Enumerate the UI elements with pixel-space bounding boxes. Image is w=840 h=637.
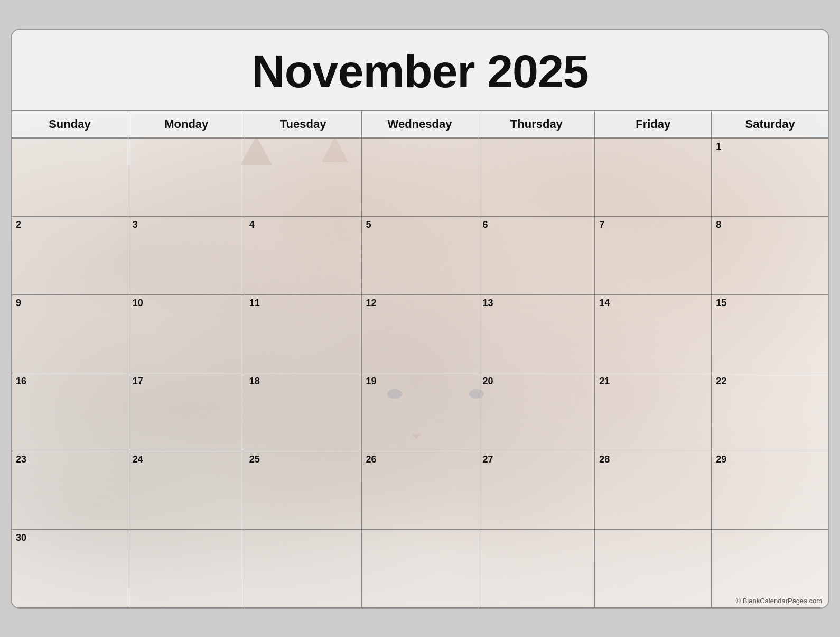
empty-day-cell [362,139,479,217]
day-cell-4: 4 [245,217,362,295]
date-number-16: 16 [16,376,26,386]
day-cell-5: 5 [362,217,479,295]
calendar-header: November 2025 [12,30,828,111]
calendar-body: 1234567891011121314151617181920212223242… [12,139,828,608]
date-number-22: 22 [716,376,726,386]
empty-day-cell [245,530,362,608]
day-cell-29: 29 [712,451,828,530]
day-cell-16: 16 [12,373,128,451]
day-cell-1: 1 [712,139,828,217]
date-number-21: 21 [599,376,610,386]
empty-day-cell [128,139,245,217]
date-number-8: 8 [716,219,721,230]
day-header-saturday: Saturday [712,111,828,137]
date-number-15: 15 [716,298,726,308]
date-number-19: 19 [366,376,377,386]
day-cell-2: 2 [12,217,128,295]
date-number-20: 20 [482,376,493,386]
day-cell-18: 18 [245,373,362,451]
day-cell-20: 20 [478,373,595,451]
day-header-monday: Monday [128,111,245,137]
day-cell-22: 22 [712,373,828,451]
date-number-13: 13 [482,298,493,308]
day-cell-14: 14 [595,295,712,373]
day-cell-11: 11 [245,295,362,373]
date-number-27: 27 [482,454,493,465]
empty-day-cell [478,139,595,217]
date-number-6: 6 [482,219,488,230]
day-header-thursday: Thursday [478,111,595,137]
date-number-11: 11 [249,298,260,308]
empty-day-cell [595,139,712,217]
day-cell-28: 28 [595,451,712,530]
day-header-wednesday: Wednesday [362,111,479,137]
calendar-title: November 2025 [12,44,828,98]
date-number-24: 24 [133,454,143,465]
day-header-friday: Friday [595,111,712,137]
date-number-26: 26 [366,454,377,465]
date-number-17: 17 [133,376,143,386]
day-cell-23: 23 [12,451,128,530]
date-number-18: 18 [249,376,260,386]
date-number-25: 25 [249,454,260,465]
date-number-9: 9 [16,298,21,308]
day-header-sunday: Sunday [12,111,128,137]
day-cell-8: 8 [712,217,828,295]
date-number-3: 3 [133,219,138,230]
day-cell-13: 13 [478,295,595,373]
empty-day-cell [128,530,245,608]
date-number-12: 12 [366,298,377,308]
day-cell-9: 9 [12,295,128,373]
empty-day-cell [712,530,828,608]
empty-day-cell [12,139,128,217]
empty-day-cell [478,530,595,608]
date-number-5: 5 [366,219,371,230]
day-cell-21: 21 [595,373,712,451]
watermark: © BlankCalendarPages.com [736,597,823,605]
day-cell-17: 17 [128,373,245,451]
day-cell-7: 7 [595,217,712,295]
date-number-4: 4 [249,219,255,230]
date-number-28: 28 [599,454,610,465]
empty-day-cell [245,139,362,217]
date-number-1: 1 [716,141,721,152]
day-header-tuesday: Tuesday [245,111,362,137]
empty-day-cell [362,530,479,608]
day-cell-12: 12 [362,295,479,373]
date-number-2: 2 [16,219,21,230]
empty-day-cell [595,530,712,608]
calendar-container: November 2025 Sunday Monday Tuesday Wedn… [11,29,829,609]
date-number-10: 10 [133,298,143,308]
date-number-14: 14 [599,298,610,308]
date-number-23: 23 [16,454,26,465]
day-cell-30: 30 [12,530,128,608]
day-cell-3: 3 [128,217,245,295]
date-number-29: 29 [716,454,726,465]
day-cell-15: 15 [712,295,828,373]
day-cell-10: 10 [128,295,245,373]
day-cell-19: 19 [362,373,479,451]
day-cell-26: 26 [362,451,479,530]
day-cell-27: 27 [478,451,595,530]
calendar-grid: Sunday Monday Tuesday Wednesday Thursday… [12,111,828,608]
date-number-7: 7 [599,219,604,230]
days-of-week-header: Sunday Monday Tuesday Wednesday Thursday… [12,111,828,139]
date-number-30: 30 [16,532,26,543]
day-cell-25: 25 [245,451,362,530]
day-cell-6: 6 [478,217,595,295]
day-cell-24: 24 [128,451,245,530]
